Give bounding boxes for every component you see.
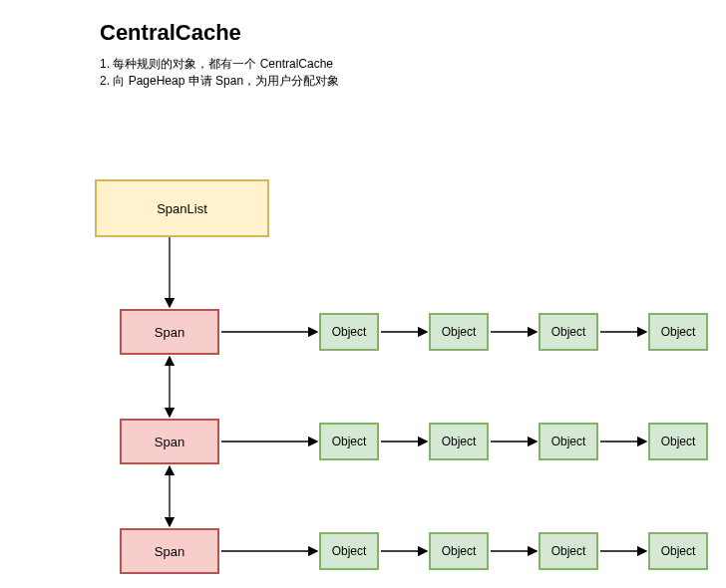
object-node: Object [539, 313, 598, 351]
span-node-1: Span [120, 309, 219, 355]
span-label: Span [155, 435, 184, 449]
description-line-2: 2. 向 PageHeap 申请 Span，为用户分配对象 [100, 73, 339, 90]
page-title: CentralCache [100, 20, 339, 46]
object-node: Object [319, 423, 379, 460]
spanlist-label: SpanList [157, 201, 207, 216]
span-label: Span [155, 325, 184, 340]
object-node: Object [648, 313, 708, 351]
object-node: Object [319, 313, 379, 351]
spanlist-node: SpanList [95, 179, 269, 237]
object-node: Object [429, 423, 489, 460]
object-node: Object [319, 532, 379, 570]
object-node: Object [429, 313, 489, 351]
span-node-3: Span [120, 528, 219, 574]
object-node: Object [539, 532, 598, 570]
object-node: Object [429, 532, 489, 570]
object-node: Object [648, 532, 708, 570]
object-node: Object [539, 423, 598, 460]
title-block: CentralCache 1. 每种规则的对象，都有一个 CentralCach… [100, 20, 339, 90]
span-label: Span [155, 544, 184, 559]
object-node: Object [648, 423, 708, 460]
description: 1. 每种规则的对象，都有一个 CentralCache 2. 向 PageHe… [100, 56, 339, 90]
span-node-2: Span [120, 419, 219, 464]
description-line-1: 1. 每种规则的对象，都有一个 CentralCache [100, 56, 339, 73]
